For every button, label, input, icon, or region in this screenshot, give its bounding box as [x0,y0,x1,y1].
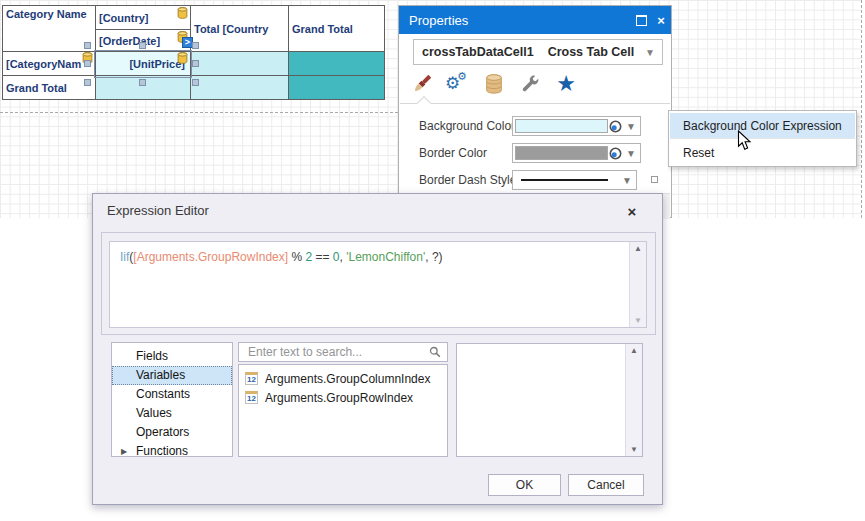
layout-tab-wrench-icon[interactable] [517,70,543,98]
border-color-editor[interactable]: ▼ [512,143,641,163]
dialog-title: Expression Editor [107,203,209,218]
expression-text: Iif([Arguments.GroupRowIndex] % 2 == 0, … [120,250,443,264]
selection-handle[interactable] [192,60,199,67]
chevron-down-icon[interactable]: ▼ [622,148,640,159]
close-icon[interactable]: × [620,200,644,222]
crosstab-corner-cell[interactable]: Category Name [2,5,96,52]
solid-dash-preview [521,179,608,181]
scroll-up-icon[interactable]: ▲ [630,244,646,253]
chevron-down-icon[interactable]: ▼ [645,47,655,58]
report-designer-screen: Category Name [Country] [OrderDate] Tota… [0,0,865,521]
expression-token-plain: == [312,250,333,264]
chevron-down-icon[interactable]: ▼ [622,121,640,132]
crosstab-data-cell[interactable] [190,51,289,77]
scroll-down-icon[interactable]: ▼ [626,445,642,454]
close-icon[interactable]: × [651,10,671,30]
crosstab-grand-total-column-header-cell[interactable]: Grand Total [288,5,385,52]
category-item-values[interactable]: ▶Values [112,404,232,423]
selection-handle[interactable] [192,42,199,49]
selection-handle[interactable] [139,79,146,86]
border-dash-style-label: Border Dash Style [419,173,516,187]
scroll-up-icon[interactable]: ▲ [626,346,642,355]
expression-token-function: Iif [120,250,129,264]
background-color-editor[interactable]: ▼ [512,116,641,136]
expression-token-number: 0 [333,250,340,264]
crosstab-grand-total-cell[interactable] [288,51,385,77]
variable-item[interactable]: 12Arguments.GroupColumnIndex [239,369,447,388]
memo-scrollbar[interactable]: ▲ ▼ [629,242,646,327]
scroll-down-icon[interactable]: ▼ [630,316,646,325]
crosstab-control: Category Name [Country] [OrderDate] Tota… [2,5,386,101]
selected-control-combobox[interactable]: crossTabDataCell1 Cross Tab Cell ▼ [413,39,663,65]
property-marker-box [651,176,658,183]
selected-control-type: Cross Tab Cell [548,45,635,59]
variable-item[interactable]: 12Arguments.GroupRowIndex [239,388,447,407]
selection-handle[interactable] [84,42,91,49]
selected-control-name: crossTabDataCell1 [422,45,534,59]
selection-handle[interactable] [84,60,91,67]
menu-item-background-color-expression[interactable]: Background Color Expression [670,113,855,139]
expand-arrow-icon[interactable]: ▶ [121,442,127,461]
appearance-tab-brush-icon[interactable] [409,70,435,98]
properties-panel-title: Properties [409,13,631,28]
category-item-functions[interactable]: ▶Functions [112,442,232,461]
search-input[interactable] [246,344,429,360]
category-item-variables[interactable]: ▶Variables [112,366,232,385]
properties-panel: Properties × crossTabDataCell1 Cross Tab… [398,5,672,218]
properties-tab-strip: ⚙ ⚙ ★ [409,70,579,100]
variables-list: 12Arguments.GroupColumnIndex12Arguments.… [238,364,448,457]
crosstab-data-cell[interactable] [190,75,289,100]
search-icon[interactable] [429,346,441,358]
category-item-operators[interactable]: ▶Operators [112,423,232,442]
expression-memo-edit[interactable]: Iif([Arguments.GroupRowIndex] % 2 == 0, … [109,241,647,328]
color-auto-icon[interactable] [609,147,622,160]
expression-token-field: [Arguments.GroupRowIndex] [133,250,288,264]
maximize-icon[interactable] [631,10,651,30]
int32-icon: 12 [245,391,258,404]
expression-token-string: 'LemonChiffon' [346,250,425,264]
chevron-down-icon[interactable]: ▼ [618,175,636,186]
color-auto-icon[interactable] [609,120,622,133]
background-color-swatch [515,119,608,133]
category-list: ▶Fields▶Variables▶Constants▶Values▶Opera… [111,342,233,457]
crosstab-grand-total-cell[interactable] [288,75,385,100]
description-pane: ▲ ▼ [456,343,643,457]
search-box [238,342,448,362]
selection-handle[interactable] [192,79,199,86]
border-dash-style-editor[interactable]: ▼ [512,170,637,190]
ok-button[interactable]: OK [488,474,561,496]
page-margin-dashed-line [861,0,862,218]
description-scrollbar[interactable]: ▲ ▼ [625,344,642,456]
selection-handle[interactable] [84,79,91,86]
background-color-label: Background Color [419,119,515,133]
category-item-constants[interactable]: ▶Constants [112,385,232,404]
crosstab-grand-total-row-header-cell[interactable]: Grand Total [2,75,96,100]
expression-token-plain: , ?) [425,250,442,264]
border-color-swatch [515,146,608,160]
favorites-tab-star-icon[interactable]: ★ [553,70,579,98]
properties-panel-titlebar: Properties × [399,6,671,34]
category-item-fields[interactable]: ▶Fields [112,347,232,366]
menu-item-reset[interactable]: Reset [670,140,855,166]
context-menu: Background Color Expression Reset [668,110,857,167]
int32-icon: 12 [245,372,258,385]
cancel-button[interactable]: Cancel [568,474,644,496]
border-color-label: Border Color [419,146,487,160]
crosstab-total-column-header-cell[interactable]: Total [Country [190,5,289,52]
band-separator-dashed-line [0,112,398,113]
data-tab-database-icon[interactable] [481,70,507,98]
selection-handle[interactable] [139,42,146,49]
behavior-tab-gears-icon[interactable]: ⚙ ⚙ [445,70,471,98]
tab-separator [400,103,670,104]
expression-token-plain: % [288,250,305,264]
field-database-icon [177,52,188,64]
field-database-icon [177,7,188,19]
expression-editor-dialog: Expression Editor × Iif([Arguments.Group… [92,193,663,505]
